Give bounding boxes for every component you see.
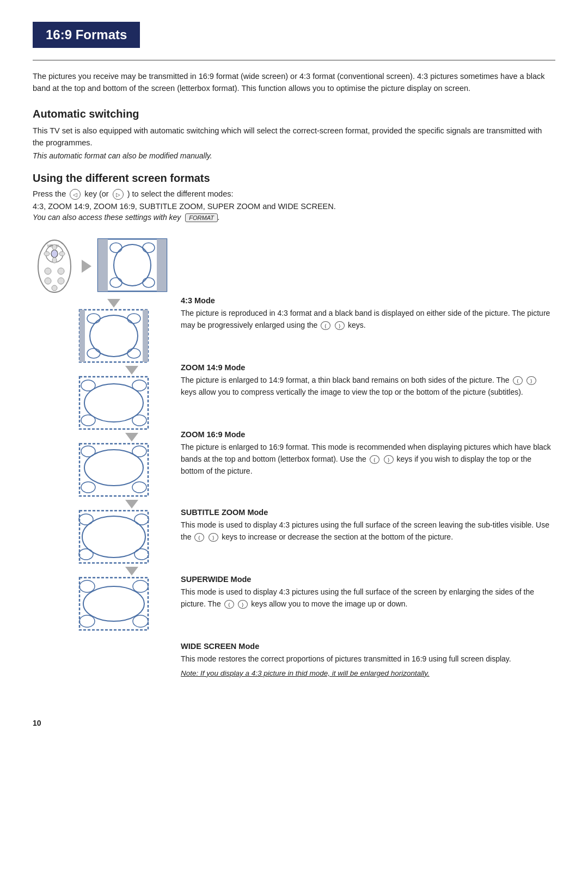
svg-point-3 xyxy=(51,250,58,258)
down-arrow-1 xyxy=(107,299,120,308)
screen-widescreen-diagram xyxy=(78,577,149,633)
modes-list: 4:3, ZOOM 14:9, ZOOM 16:9, SUBTITLE ZOOM… xyxy=(33,202,555,211)
svg-point-8 xyxy=(45,268,51,274)
mode-43-text: The picture is reproduced in 4:3 format … xyxy=(181,308,555,331)
mode-zoom169-text: The picture is enlarged to 16:9 format. … xyxy=(181,442,555,477)
svg-point-9 xyxy=(58,268,64,274)
screen-zoom169-diagram xyxy=(78,376,149,432)
page-number-display: 10 xyxy=(33,719,555,727)
automatic-switching-note: This automatic format can also be modifi… xyxy=(33,151,555,160)
svg-point-10 xyxy=(45,278,51,284)
title-divider xyxy=(33,60,555,60)
diagrams-column: MENU xyxy=(33,237,168,633)
mode-zoom149-desc: ZOOM 14:9 Mode The picture is enlarged t… xyxy=(181,363,555,415)
screen-zoom149-diagram xyxy=(78,309,149,365)
mode-subtitle-text: This mode is used to display 4:3 picture… xyxy=(181,519,555,543)
mode-43-key-icon: ⟨ xyxy=(321,321,330,330)
mode-subtitle-desc: SUBTITLE ZOOM Mode This mode is used to … xyxy=(181,508,555,560)
svg-rect-41 xyxy=(79,511,148,563)
right-arrow-icon xyxy=(82,260,91,273)
press-line-end: ) to select the different modes: xyxy=(127,189,234,198)
mode-superwide-key-icon2: ⟩ xyxy=(238,600,248,609)
svg-rect-22 xyxy=(79,310,85,362)
mode-subtitle-key-icon: ⟨ xyxy=(194,533,204,542)
remote-control-icon: MENU xyxy=(33,237,76,295)
press-the-text: Press the xyxy=(33,189,66,198)
mode-widescreen-desc: WIDE SCREEN Mode This mode restores the … xyxy=(181,642,555,694)
mode-superwide-text: This mode is used to display 4:3 picture… xyxy=(181,586,555,610)
svg-rect-13 xyxy=(98,239,167,291)
format-key-icon: FORMAT xyxy=(185,213,218,222)
down-arrow-4 xyxy=(125,500,138,509)
down-arrow-2 xyxy=(125,366,138,375)
mode-zoom149-key-icon2: ⟩ xyxy=(526,376,536,385)
press-key-or: key (or xyxy=(84,189,108,198)
page-title: 16:9 Formats xyxy=(46,27,127,42)
title-banner: 16:9 Formats xyxy=(33,22,140,48)
mode-widescreen-note: Note: If you display a 4:3 picture in th… xyxy=(181,668,555,679)
svg-rect-14 xyxy=(98,239,108,291)
down-arrow-5 xyxy=(125,567,138,575)
svg-point-12 xyxy=(52,285,57,291)
automatic-switching-heading: Automatic switching xyxy=(33,108,555,120)
mode-zoom169-title: ZOOM 16:9 Mode xyxy=(181,430,555,439)
mode-subtitle-key-icon2: ⟩ xyxy=(209,533,218,542)
page-number: 16:9 Formats The pictures you receive ma… xyxy=(33,22,555,727)
mode-zoom149-key-icon: ⟨ xyxy=(513,376,523,385)
svg-point-7 xyxy=(52,258,57,263)
mode-superwide-key-icon: ⟨ xyxy=(224,600,234,609)
mode-zoom169-key-icon2: ⟩ xyxy=(384,455,394,464)
mode-zoom149-text: The picture is enlarged to 14:9 format, … xyxy=(181,375,555,398)
descriptions-column: 4:3 Mode The picture is reproduced in 4:… xyxy=(181,237,555,702)
access-note-text: You can also access these settings with … xyxy=(33,213,181,222)
screen-subtitle-diagram xyxy=(78,443,149,499)
main-content-area: MENU xyxy=(33,237,555,702)
screen-superwide-diagram xyxy=(78,510,149,566)
automatic-switching-body: This TV set is also equipped with automa… xyxy=(33,125,544,149)
svg-point-11 xyxy=(58,278,64,284)
mode-subtitle-title: SUBTITLE ZOOM Mode xyxy=(181,508,555,517)
svg-rect-15 xyxy=(157,239,167,291)
mode-43-title: 4:3 Mode xyxy=(181,296,555,305)
svg-point-4 xyxy=(44,252,50,256)
key-right-icon: ▷ xyxy=(113,189,124,200)
mode-widescreen-text: This mode restores the correct proportio… xyxy=(181,653,555,665)
mode-widescreen-title: WIDE SCREEN Mode xyxy=(181,642,555,651)
intro-text: The pictures you receive may be transmit… xyxy=(33,70,550,95)
svg-point-5 xyxy=(59,252,65,256)
svg-point-6 xyxy=(52,244,57,250)
svg-rect-29 xyxy=(79,377,148,429)
svg-rect-35 xyxy=(79,444,148,496)
mode-zoom169-key-icon: ⟨ xyxy=(370,455,379,464)
mode-zoom149-title: ZOOM 14:9 Mode xyxy=(181,363,555,372)
press-instruction: Press the ◁ key (or ▷ ) to select the di… xyxy=(33,189,555,200)
mode-superwide-title: SUPERWIDE Mode xyxy=(181,575,555,584)
mode-43-desc: 4:3 Mode The picture is reproduced in 4:… xyxy=(181,296,555,348)
key-left-icon: ◁ xyxy=(70,189,81,200)
screen-43-diagram xyxy=(97,238,168,294)
top-diagram-row: MENU xyxy=(33,237,168,295)
mode-43-key-icon2: ⟩ xyxy=(335,321,345,330)
down-arrow-3 xyxy=(125,433,138,442)
using-formats-heading: Using the different screen formats xyxy=(33,172,555,185)
access-note: You can also access these settings with … xyxy=(33,213,555,222)
svg-rect-47 xyxy=(79,578,148,630)
mode-zoom169-desc: ZOOM 16:9 Mode The picture is enlarged t… xyxy=(181,430,555,493)
mode-superwide-desc: SUPERWIDE Mode This mode is used to disp… xyxy=(181,575,555,627)
svg-rect-23 xyxy=(143,310,148,362)
